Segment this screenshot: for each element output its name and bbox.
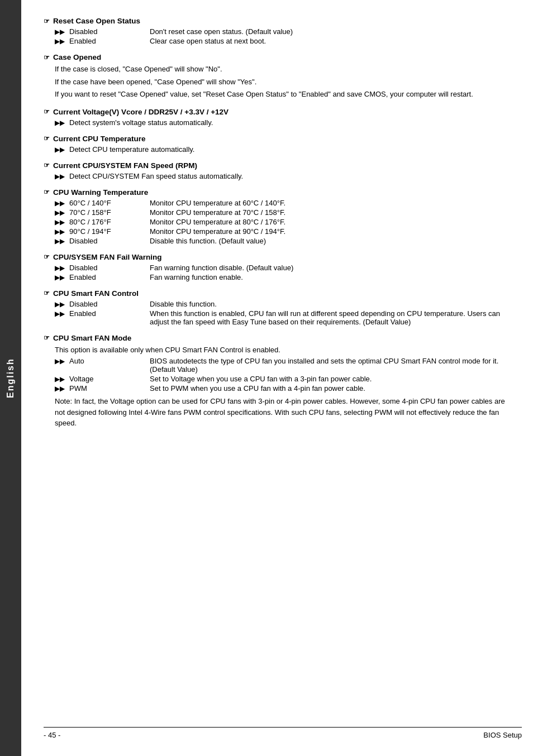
item-value: ▶▶Detect CPU/SYSTEM Fan speed status aut… (55, 172, 511, 180)
item-key: ▶▶Enabled (55, 273, 150, 281)
bullet-icon: ▶▶ (55, 264, 65, 272)
section-title-case-opened: ☞Case Opened (44, 53, 511, 61)
item-value-text: Detect CPU/SYSTEM Fan speed status autom… (69, 172, 243, 180)
section-reset-case-open-status: ☞Reset Case Open Status▶▶DisabledDon't r… (44, 17, 511, 45)
item-row: ▶▶Detect CPU temperature automatically. (55, 145, 511, 154)
item-key: ▶▶Auto (55, 357, 150, 365)
item-key-text: Disabled (69, 264, 98, 272)
bullet-icon: ▶▶ (55, 375, 65, 383)
item-key: ▶▶Disabled (55, 237, 150, 245)
item-key: ▶▶90°C / 194°F (55, 227, 150, 236)
item-row: ▶▶VoltageSet to Voltage when you use a C… (55, 375, 511, 383)
section-case-opened: ☞Case OpenedIf the case is closed, "Case… (44, 53, 511, 100)
section-title-text: Current CPU Temperature (53, 135, 146, 143)
item-value-text: Detect system's voltage status automatic… (69, 118, 213, 127)
item-key: ▶▶PWM (55, 384, 150, 393)
item-key-text: 70°C / 158°F (69, 208, 111, 217)
section-title-current-voltage: ☞Current Voltage(V) Vcore / DDR25V / +3.… (44, 108, 511, 116)
section-arrow-icon: ☞ (44, 17, 50, 25)
section-arrow-icon: ☞ (44, 161, 50, 169)
paragraph-text: If you want to reset "Case Opened" value… (55, 89, 511, 100)
item-row: ▶▶60°C / 140°FMonitor CPU temperature at… (55, 199, 511, 207)
item-row: ▶▶90°C / 194°FMonitor CPU temperature at… (55, 227, 511, 236)
item-row: ▶▶Detect CPU/SYSTEM Fan speed status aut… (55, 172, 511, 180)
section-cpu-sysem-fan-fail-warning: ☞CPU/SYSEM FAN Fail Warning▶▶DisabledFan… (44, 253, 511, 281)
section-arrow-icon: ☞ (44, 334, 50, 342)
bullet-icon: ▶▶ (55, 119, 65, 127)
bullet-icon: ▶▶ (55, 173, 65, 180)
item-key-text: 90°C / 194°F (69, 227, 111, 236)
section-title-reset-case-open-status: ☞Reset Case Open Status (44, 17, 511, 25)
item-value: Don't reset case open status. (Default v… (150, 27, 511, 36)
item-value: Fan warning function enable. (150, 273, 511, 281)
section-arrow-icon: ☞ (44, 188, 50, 196)
item-key: ▶▶Disabled (55, 27, 150, 36)
item-key: ▶▶Disabled (55, 300, 150, 308)
section-title-cpu-sysem-fan-fail-warning: ☞CPU/SYSEM FAN Fail Warning (44, 253, 511, 261)
item-value: ▶▶Detect system's voltage status automat… (55, 118, 511, 127)
section-arrow-icon: ☞ (44, 135, 50, 142)
item-value: Fan warning function disable. (Default v… (150, 264, 511, 272)
item-row: ▶▶70°C / 158°FMonitor CPU temperature at… (55, 208, 511, 217)
section-body-cpu-smart-fan-mode: This option is available only when CPU S… (44, 344, 511, 429)
item-value: Monitor CPU temperature at 90°C / 194°F. (150, 227, 511, 236)
section-title-cpu-smart-fan-mode: ☞CPU Smart FAN Mode (44, 334, 511, 342)
section-body-current-voltage: ▶▶Detect system's voltage status automat… (44, 118, 511, 127)
item-key: ▶▶Enabled (55, 37, 150, 45)
section-body-current-cpu-fan-speed: ▶▶Detect CPU/SYSTEM Fan speed status aut… (44, 172, 511, 180)
item-value: Set to PWM when you use a CPU fan with a… (150, 384, 511, 393)
item-key-text: Disabled (69, 300, 98, 308)
bullet-icon: ▶▶ (55, 228, 65, 236)
item-key: ▶▶Enabled (55, 309, 150, 318)
bullet-icon: ▶▶ (55, 28, 65, 36)
section-title-current-cpu-temp: ☞Current CPU Temperature (44, 135, 511, 143)
bullet-icon: ▶▶ (55, 218, 65, 226)
section-title-text: CPU Smart FAN Mode (53, 334, 131, 342)
item-row: ▶▶DisabledDisable this function. (55, 300, 511, 308)
item-row: ▶▶AutoBIOS autodetects the type of CPU f… (55, 357, 511, 374)
item-key-text: Disabled (69, 237, 98, 245)
section-current-cpu-fan-speed: ☞Current CPU/SYSTEM FAN Speed (RPM)▶▶Det… (44, 161, 511, 180)
bullet-icon: ▶▶ (55, 237, 65, 245)
item-key-text: Disabled (69, 27, 98, 36)
bullet-icon: ▶▶ (55, 199, 65, 207)
item-row: ▶▶Detect system's voltage status automat… (55, 118, 511, 127)
sections-container: ☞Reset Case Open Status▶▶DisabledDon't r… (44, 17, 511, 429)
item-value: Monitor CPU temperature at 70°C / 158°F. (150, 208, 511, 217)
section-arrow-icon: ☞ (44, 253, 50, 261)
item-key: ▶▶Voltage (55, 375, 150, 383)
bullet-icon: ▶▶ (55, 274, 65, 281)
section-body-case-opened: If the case is closed, "Case Opened" wil… (44, 64, 511, 100)
main-content: ☞Reset Case Open Status▶▶DisabledDon't r… (21, 0, 533, 756)
item-value: Clear case open status at next boot. (150, 37, 511, 45)
section-body-cpu-sysem-fan-fail-warning: ▶▶DisabledFan warning function disable. … (44, 264, 511, 281)
section-title-current-cpu-fan-speed: ☞Current CPU/SYSTEM FAN Speed (RPM) (44, 161, 511, 170)
section-cpu-smart-fan-control: ☞CPU Smart FAN Control▶▶DisabledDisable … (44, 289, 511, 326)
item-value-text: Detect CPU temperature automatically. (69, 145, 194, 154)
section-note: Note: In fact, the Voltage option can be… (55, 396, 511, 429)
item-value: ▶▶Detect CPU temperature automatically. (55, 145, 511, 154)
item-key-text: Enabled (69, 37, 96, 45)
section-title-cpu-warning-temperature: ☞CPU Warning Temperature (44, 188, 511, 197)
item-value: Monitor CPU temperature at 60°C / 140°F. (150, 199, 511, 207)
section-arrow-icon: ☞ (44, 54, 50, 61)
sidebar: English (0, 0, 21, 756)
item-value: BIOS autodetects the type of CPU fan you… (150, 357, 511, 374)
item-key-text: Enabled (69, 273, 96, 281)
paragraph-text: If the case have been opened, "Case Open… (55, 76, 511, 88)
item-row: ▶▶DisabledDisable this function. (Defaul… (55, 237, 511, 245)
item-row: ▶▶DisabledDon't reset case open status. … (55, 27, 511, 36)
bottom-bar: - 45 - BIOS Setup (44, 727, 522, 739)
item-key-text: Voltage (69, 375, 93, 383)
bullet-icon: ▶▶ (55, 300, 65, 308)
section-title-text: Reset Case Open Status (53, 17, 140, 25)
item-value: Set to Voltage when you use a CPU fan wi… (150, 375, 511, 383)
section-title-text: Current Voltage(V) Vcore / DDR25V / +3.3… (53, 108, 229, 116)
section-body-reset-case-open-status: ▶▶DisabledDon't reset case open status. … (44, 27, 511, 45)
item-key-text: PWM (69, 384, 87, 393)
page-number: - 45 - (44, 731, 60, 739)
section-arrow-icon: ☞ (44, 289, 50, 297)
item-key: ▶▶60°C / 140°F (55, 199, 150, 207)
item-key-text: 80°C / 176°F (69, 218, 111, 226)
section-body-cpu-smart-fan-control: ▶▶DisabledDisable this function.▶▶Enable… (44, 300, 511, 326)
